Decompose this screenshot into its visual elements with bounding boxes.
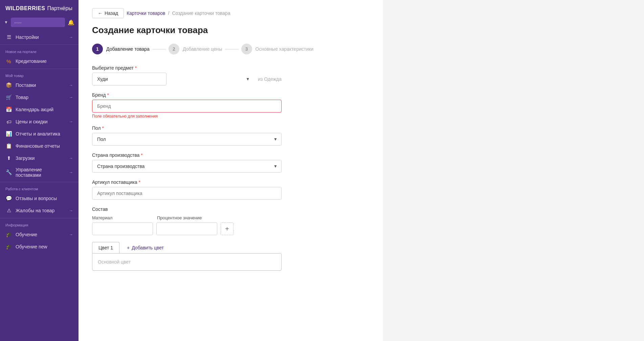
- subject-select-wrapper: Худи ▼: [92, 73, 254, 86]
- sidebar-account[interactable]: ▼ ······ 🔔: [0, 16, 79, 31]
- step-line-2: [225, 49, 239, 49]
- brand-input[interactable]: [92, 100, 282, 113]
- add-color-button[interactable]: + Добавить цвет: [122, 242, 169, 253]
- arrow-icon: →: [69, 83, 73, 88]
- step-2: 2 Добавление цены: [169, 44, 222, 54]
- step-number-1: 1: [96, 46, 99, 52]
- plus-icon: +: [127, 245, 130, 250]
- color-tab-1[interactable]: Цвет 1: [92, 242, 119, 253]
- breadcrumb-current: Создание карточки товара: [172, 10, 230, 16]
- sidebar-item-label: Обучение new: [16, 244, 73, 249]
- sidebar-item-prices[interactable]: 🏷 Цены и скидки →: [0, 116, 79, 128]
- sidebar-item-label: Загрузки: [16, 155, 66, 161]
- supply-mgmt-icon: 🔧: [5, 169, 12, 176]
- chevron-down-icon: ▼: [4, 20, 8, 25]
- chevron-down-icon: ▼: [246, 77, 250, 81]
- price-icon: 🏷: [5, 118, 12, 125]
- sidebar-item-supplies[interactable]: 📦 Поставки →: [0, 79, 79, 91]
- steps: 1 Добавление товара 2 Добавление цены 3 …: [92, 44, 370, 54]
- breadcrumb-link[interactable]: Карточки товаров: [127, 10, 165, 16]
- form-group-subject: Выберите предмет * Худи ▼ из Одежда: [92, 65, 370, 86]
- composition-section-label: Состав: [92, 206, 370, 212]
- required-star: *: [141, 152, 142, 158]
- bell-icon[interactable]: 🔔: [68, 19, 74, 26]
- main-content: ← Назад Карточки товаров / Создание карт…: [79, 0, 644, 341]
- country-select-wrapper: Страна производства Россия Китай Турция …: [92, 160, 282, 173]
- subject-select[interactable]: Худи: [92, 73, 166, 86]
- content-area: ← Назад Карточки товаров / Создание карт…: [79, 0, 383, 341]
- sidebar-item-label: Настройки: [16, 34, 66, 40]
- gender-select-wrapper: Пол Мужской Женский Унисекс ▼: [92, 133, 282, 146]
- step-number-3: 3: [245, 46, 248, 52]
- complaints-icon: ⚠: [5, 207, 12, 214]
- color-panel: Основной цвет: [92, 253, 282, 271]
- form-group-brand: Бренд * Поле обязательно для заполнения: [92, 92, 370, 119]
- sidebar-divider: [0, 45, 79, 45]
- article-input[interactable]: [92, 187, 282, 200]
- subject-row: Худи ▼ из Одежда: [92, 73, 282, 86]
- sidebar-section-label-mytovар: Мой товар: [0, 70, 79, 79]
- sidebar-item-label: Обучение: [16, 232, 66, 237]
- arrow-icon: →: [69, 35, 73, 40]
- gender-label: Пол *: [92, 125, 370, 131]
- arrow-icon: →: [69, 156, 73, 161]
- arrow-icon: →: [69, 119, 73, 124]
- form-group-composition: Состав Материал Процентное значение +: [92, 206, 370, 235]
- composition-row: +: [92, 222, 370, 235]
- sidebar-logo: WILDBERRIES Партнёры: [0, 0, 79, 16]
- calendar-icon: 📅: [5, 106, 12, 113]
- sidebar-item-label: Управление поставками: [16, 167, 66, 178]
- sidebar-item-calendar[interactable]: 📅 Календарь акций: [0, 103, 79, 116]
- form-group-color: Цвет 1 + Добавить цвет Основной цвет: [92, 242, 370, 271]
- analytics-icon: 📊: [5, 130, 12, 137]
- sidebar-item-credit[interactable]: % Кредитование: [0, 55, 79, 67]
- sidebar-item-reviews[interactable]: 💬 Отзывы и вопросы: [0, 192, 79, 204]
- step-circle-1: 1: [92, 44, 103, 54]
- sidebar-item-label: Отзывы и вопросы: [16, 196, 73, 201]
- sidebar-item-analytics[interactable]: 📊 Отчеты и аналитика: [0, 128, 79, 140]
- arrow-icon: →: [69, 208, 73, 213]
- sidebar-item-training-new[interactable]: 🎓 Обучение new: [0, 241, 79, 253]
- sidebar: WILDBERRIES Партнёры ▼ ······ 🔔 ☰ Настро…: [0, 0, 79, 341]
- sidebar-logo-bold: WILDBERRIES: [5, 5, 45, 11]
- country-select[interactable]: Страна производства Россия Китай Турция: [92, 160, 282, 173]
- form-group-article: Артикул поставщика *: [92, 179, 370, 200]
- settings-icon: ☰: [5, 34, 12, 41]
- brand-error: Поле обязательно для заполнения: [92, 114, 370, 119]
- material-input[interactable]: [92, 222, 153, 235]
- color-tabs: Цвет 1 + Добавить цвет: [92, 242, 370, 253]
- sidebar-item-settings[interactable]: ☰ Настройки →: [0, 31, 79, 43]
- composition-column-headers: Материал Процентное значение: [92, 215, 370, 220]
- sidebar-item-finance[interactable]: 📋 Финансовые отчеты: [0, 140, 79, 152]
- required-star: *: [107, 92, 109, 98]
- sidebar-item-training[interactable]: 🎓 Обучение →: [0, 228, 79, 241]
- required-star: *: [102, 125, 104, 131]
- upload-icon: ⬆: [5, 155, 12, 162]
- sidebar-item-label: Жалобы на товар: [16, 208, 66, 213]
- country-label: Страна производства *: [92, 152, 370, 158]
- sidebar-item-complaints[interactable]: ⚠ Жалобы на товар →: [0, 204, 79, 217]
- back-button[interactable]: ← Назад: [92, 8, 124, 18]
- sidebar-item-uploads[interactable]: ⬆ Загрузки →: [0, 152, 79, 164]
- back-arrow-icon: ←: [98, 10, 103, 16]
- brand-label: Бренд *: [92, 92, 370, 98]
- sidebar-item-supply-mgmt[interactable]: 🔧 Управление поставками →: [0, 164, 79, 180]
- page-title: Создание карточки товара: [92, 25, 370, 35]
- sidebar-item-label: Поставки: [16, 82, 66, 88]
- sidebar-item-product[interactable]: 🛒 Товар →: [0, 91, 79, 103]
- back-label: Назад: [105, 10, 118, 16]
- gender-select[interactable]: Пол Мужской Женский Унисекс: [92, 133, 282, 146]
- sidebar-item-label: Кредитование: [16, 58, 73, 64]
- sidebar-divider-4: [0, 218, 79, 218]
- arrow-icon: →: [69, 170, 73, 175]
- sidebar-section-label-info: Информация: [0, 220, 79, 228]
- subject-hint: из Одежда: [258, 76, 282, 82]
- sidebar-item-label: Календарь акций: [16, 107, 73, 112]
- breadcrumb-separator: /: [168, 10, 170, 16]
- sidebar-section-label-new: Новое на портале: [0, 46, 79, 55]
- add-composition-row-button[interactable]: +: [221, 222, 234, 235]
- step-label-2: Добавление цены: [183, 46, 222, 52]
- sidebar-divider-3: [0, 182, 79, 182]
- percent-input[interactable]: [156, 222, 217, 235]
- sidebar-item-label: Отчеты и аналитика: [16, 131, 73, 137]
